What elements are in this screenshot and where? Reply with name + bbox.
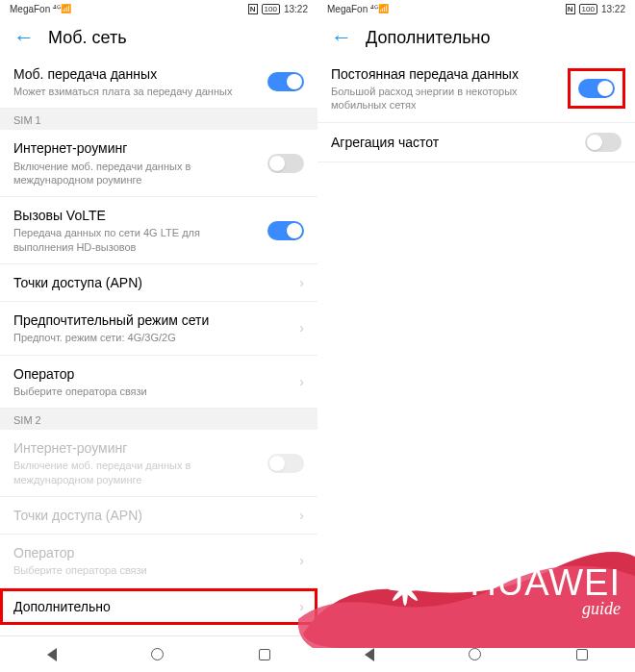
- nav-bar: [318, 635, 635, 672]
- toggle-roaming[interactable]: [267, 154, 304, 173]
- clock: 13:22: [601, 4, 625, 14]
- row-apn[interactable]: Точки доступа (APN) ›: [0, 264, 318, 302]
- nav-recents-icon[interactable]: [259, 649, 270, 660]
- nav-back-icon[interactable]: [47, 648, 57, 661]
- nav-home-icon[interactable]: [469, 648, 481, 660]
- status-bar: MegaFon ⁴ᴳ📶 N 100 13:22: [318, 0, 635, 17]
- signal-icon: ⁴ᴳ📶: [370, 4, 389, 13]
- nav-bar: [0, 635, 318, 672]
- row-title: Дополнительно: [13, 598, 292, 615]
- row-title: Вызовы VoLTE: [13, 207, 260, 224]
- row-apn-sim2: Точки доступа (APN) ›: [0, 497, 318, 535]
- back-icon[interactable]: ←: [331, 27, 352, 48]
- row-subtitle: Предпочт. режим сети: 4G/3G/2G: [13, 331, 292, 344]
- row-title: Интернет-роуминг: [13, 439, 260, 457]
- toggle-always-on-data[interactable]: [578, 79, 615, 98]
- row-subtitle: Передача данных по сети 4G LTE для выпол…: [13, 226, 260, 254]
- row-subtitle: Может взиматься плата за передачу данных: [13, 85, 260, 98]
- toggle-roaming-sim2: [267, 454, 304, 473]
- chevron-right-icon: ›: [299, 275, 304, 290]
- page-title: Дополнительно: [366, 28, 491, 48]
- nav-back-icon[interactable]: [365, 648, 374, 661]
- back-icon[interactable]: ←: [13, 27, 35, 48]
- row-title: Точки доступа (APN): [13, 507, 292, 524]
- carrier-label: MegaFon: [327, 4, 368, 14]
- row-operator[interactable]: Оператор Выберите оператора связи ›: [0, 356, 318, 409]
- row-operator-sim2: Оператор Выберите оператора связи ›: [0, 535, 318, 587]
- row-carrier-aggregation[interactable]: Агрегация частот: [318, 123, 635, 162]
- section-sim1: SIM 1: [0, 109, 318, 130]
- row-title: Интернет-роуминг: [13, 139, 260, 157]
- nav-home-icon[interactable]: [151, 648, 164, 660]
- row-subtitle: Включение моб. передачи данных в междуна…: [13, 459, 260, 486]
- screen-mobile-network: MegaFon ⁴ᴳ📶 N 100 13:22 ← Моб. сеть Моб.…: [0, 0, 318, 672]
- nav-recents-icon[interactable]: [576, 649, 588, 660]
- row-title: Предпочтительный режим сети: [13, 311, 292, 329]
- row-volte[interactable]: Вызовы VoLTE Передача данных по сети 4G …: [0, 197, 318, 264]
- status-bar: MegaFon ⁴ᴳ📶 N 100 13:22: [0, 0, 318, 17]
- screen-advanced: MegaFon ⁴ᴳ📶 N 100 13:22 ← Дополнительно …: [318, 0, 635, 672]
- chevron-right-icon: ›: [299, 599, 304, 614]
- signal-icon: ⁴ᴳ📶: [53, 4, 71, 13]
- row-title: Агрегация частот: [331, 134, 577, 151]
- header: ← Дополнительно: [318, 17, 635, 56]
- row-title: Оператор: [13, 365, 292, 383]
- row-network-mode[interactable]: Предпочтительный режим сети Предпочт. ре…: [0, 302, 318, 355]
- chevron-right-icon: ›: [299, 508, 304, 523]
- carrier-label: MegaFon: [10, 4, 50, 14]
- header: ← Моб. сеть: [0, 17, 318, 56]
- row-always-on-data[interactable]: Постоянная передача данных Большой расхо…: [318, 56, 635, 123]
- nfc-icon: N: [248, 4, 258, 14]
- chevron-right-icon: ›: [299, 320, 304, 336]
- battery-icon: 100: [262, 4, 280, 14]
- chevron-right-icon: ›: [299, 374, 304, 389]
- row-roaming-sim2: Интернет-роуминг Включение моб. передачи…: [0, 430, 318, 497]
- row-title: Точки доступа (APN): [13, 274, 292, 291]
- row-title: Оператор: [13, 544, 292, 561]
- battery-icon: 100: [579, 4, 597, 14]
- section-sim2: SIM 2: [0, 409, 318, 430]
- row-advanced[interactable]: Дополнительно ›: [0, 588, 318, 625]
- toggle-volte[interactable]: [267, 221, 304, 240]
- row-title: Моб. передача данных: [13, 65, 260, 83]
- row-subtitle: Выберите оператора связи: [13, 385, 292, 398]
- row-roaming[interactable]: Интернет-роуминг Включение моб. передачи…: [0, 130, 318, 197]
- row-subtitle: Включение моб. передачи данных в междуна…: [13, 160, 260, 187]
- row-title: Постоянная передача данных: [331, 65, 564, 83]
- chevron-right-icon: ›: [299, 553, 304, 568]
- row-subtitle: Выберите оператора связи: [13, 563, 292, 577]
- row-subtitle: Большой расход энергии в некоторых мобил…: [331, 85, 564, 112]
- highlight-box: [568, 68, 625, 109]
- row-mobile-data[interactable]: Моб. передача данных Может взиматься пла…: [0, 56, 318, 109]
- toggle-mobile-data[interactable]: [267, 72, 304, 91]
- clock: 13:22: [284, 4, 308, 14]
- page-title: Моб. сеть: [48, 28, 127, 48]
- toggle-carrier-aggregation[interactable]: [585, 133, 622, 152]
- nfc-icon: N: [566, 4, 575, 14]
